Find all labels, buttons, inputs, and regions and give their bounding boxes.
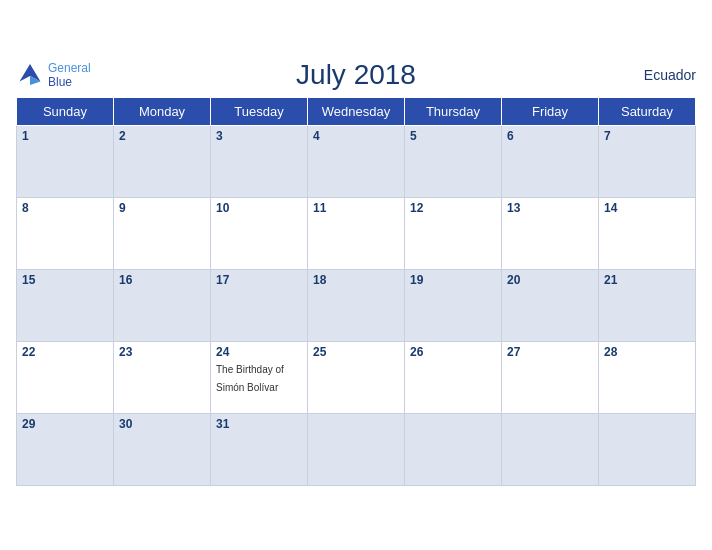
table-row: 14 (599, 197, 696, 269)
table-row: 2 (114, 125, 211, 197)
table-row: 1 (17, 125, 114, 197)
table-row: 24The Birthday of Simón Bolívar (211, 341, 308, 413)
day-number: 12 (410, 201, 496, 215)
day-number: 19 (410, 273, 496, 287)
table-row: 17 (211, 269, 308, 341)
table-row (502, 413, 599, 485)
day-number: 3 (216, 129, 302, 143)
day-number: 11 (313, 201, 399, 215)
week-row-2: 891011121314 (17, 197, 696, 269)
day-number: 18 (313, 273, 399, 287)
table-row: 16 (114, 269, 211, 341)
table-row (599, 413, 696, 485)
day-number: 31 (216, 417, 302, 431)
table-row: 4 (308, 125, 405, 197)
day-number: 29 (22, 417, 108, 431)
table-row: 12 (405, 197, 502, 269)
day-number: 1 (22, 129, 108, 143)
day-number: 10 (216, 201, 302, 215)
header-wednesday: Wednesday (308, 97, 405, 125)
table-row: 20 (502, 269, 599, 341)
calendar-title: July 2018 (296, 59, 416, 91)
day-number: 15 (22, 273, 108, 287)
logo-line1: General (48, 60, 91, 74)
day-number: 27 (507, 345, 593, 359)
table-row: 11 (308, 197, 405, 269)
table-row: 13 (502, 197, 599, 269)
table-row: 18 (308, 269, 405, 341)
day-number: 28 (604, 345, 690, 359)
logo-line2: Blue (48, 75, 72, 89)
table-row: 8 (17, 197, 114, 269)
day-number: 22 (22, 345, 108, 359)
table-row: 31 (211, 413, 308, 485)
table-row: 7 (599, 125, 696, 197)
header-friday: Friday (502, 97, 599, 125)
calendar-table: Sunday Monday Tuesday Wednesday Thursday… (16, 97, 696, 486)
day-number: 17 (216, 273, 302, 287)
table-row (308, 413, 405, 485)
table-row: 23 (114, 341, 211, 413)
table-row: 22 (17, 341, 114, 413)
weekday-header-row: Sunday Monday Tuesday Wednesday Thursday… (17, 97, 696, 125)
day-number: 21 (604, 273, 690, 287)
day-number: 8 (22, 201, 108, 215)
table-row: 27 (502, 341, 599, 413)
week-row-5: 293031 (17, 413, 696, 485)
header-thursday: Thursday (405, 97, 502, 125)
day-number: 20 (507, 273, 593, 287)
day-number: 7 (604, 129, 690, 143)
day-event: The Birthday of Simón Bolívar (216, 364, 284, 393)
table-row: 6 (502, 125, 599, 197)
week-row-3: 15161718192021 (17, 269, 696, 341)
day-number: 25 (313, 345, 399, 359)
table-row: 26 (405, 341, 502, 413)
day-number: 4 (313, 129, 399, 143)
header-monday: Monday (114, 97, 211, 125)
calendar-wrapper: General Blue July 2018 Ecuador Sunday Mo… (0, 49, 712, 502)
table-row: 5 (405, 125, 502, 197)
day-number: 16 (119, 273, 205, 287)
day-number: 14 (604, 201, 690, 215)
calendar-header: General Blue July 2018 Ecuador (16, 59, 696, 91)
logo-text: General Blue (48, 60, 91, 89)
week-row-4: 222324The Birthday of Simón Bolívar25262… (17, 341, 696, 413)
day-number: 6 (507, 129, 593, 143)
header-saturday: Saturday (599, 97, 696, 125)
table-row: 19 (405, 269, 502, 341)
table-row: 29 (17, 413, 114, 485)
day-number: 2 (119, 129, 205, 143)
table-row: 30 (114, 413, 211, 485)
day-number: 5 (410, 129, 496, 143)
day-number: 26 (410, 345, 496, 359)
header-tuesday: Tuesday (211, 97, 308, 125)
header-sunday: Sunday (17, 97, 114, 125)
day-number: 13 (507, 201, 593, 215)
table-row: 9 (114, 197, 211, 269)
table-row: 28 (599, 341, 696, 413)
table-row: 15 (17, 269, 114, 341)
table-row: 21 (599, 269, 696, 341)
logo-area: General Blue (16, 60, 91, 89)
day-number: 23 (119, 345, 205, 359)
week-row-1: 1234567 (17, 125, 696, 197)
day-number: 9 (119, 201, 205, 215)
table-row: 3 (211, 125, 308, 197)
table-row (405, 413, 502, 485)
logo-icon (16, 61, 44, 89)
country-label: Ecuador (644, 67, 696, 83)
table-row: 25 (308, 341, 405, 413)
table-row: 10 (211, 197, 308, 269)
day-number: 30 (119, 417, 205, 431)
day-number: 24 (216, 345, 302, 359)
